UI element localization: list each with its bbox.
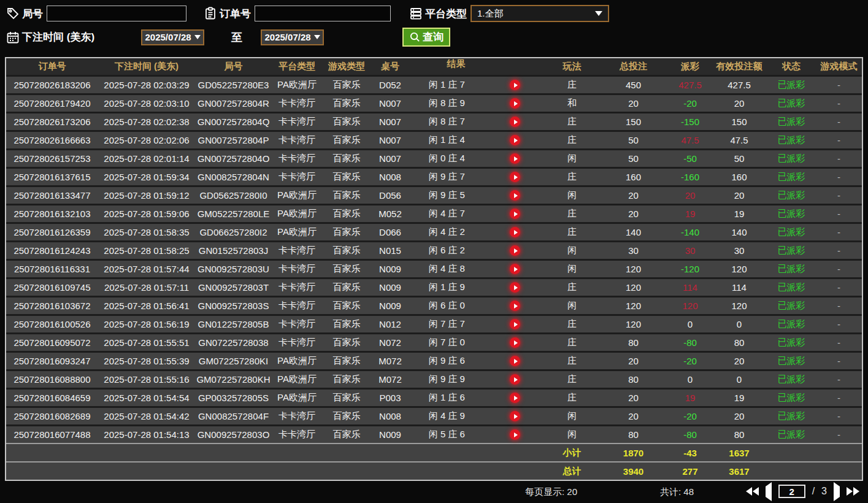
cell-game-no: GN0092572803T — [195, 282, 272, 293]
subtotal-total-bet: 1870 — [598, 448, 669, 458]
cell-order-no: 250728026173206 — [6, 117, 98, 127]
game-no-input[interactable] — [47, 6, 186, 21]
play-video-icon[interactable] — [510, 117, 520, 127]
play-video-icon[interactable] — [510, 135, 520, 145]
platform-type-select[interactable]: 1.全部 — [470, 5, 609, 22]
cell-payout: 19 — [669, 209, 712, 219]
cell-game-mode: - — [816, 319, 862, 329]
cell-play-type: 闲 — [546, 245, 598, 256]
table-row: 250728016133477 2025-07-28 01:59:12 GD05… — [6, 185, 862, 204]
search-button[interactable]: 查询 — [402, 28, 450, 47]
cell-platform-type: PA欧洲厅 — [272, 208, 322, 220]
table-row: 250728016095072 2025-07-28 01:55:51 GN07… — [6, 332, 862, 351]
cell-game-no: GN0152572803J — [195, 245, 272, 256]
cell-order-no: 250728016137615 — [6, 172, 98, 182]
cell-play-type: 庄 — [546, 337, 598, 348]
col-platform-type: 平台类型 — [272, 61, 322, 72]
cell-table-no: N008 — [371, 172, 409, 182]
first-page-icon[interactable] — [746, 487, 759, 496]
cell-payout: -50 — [669, 153, 712, 164]
play-video-icon[interactable] — [510, 153, 520, 164]
cell-valid-bet: 30 — [712, 245, 767, 256]
last-page-icon[interactable] — [847, 487, 859, 496]
order-no-label: 订单号 — [220, 7, 251, 21]
cell-play-type: 庄 — [546, 171, 598, 183]
cell-game-type: 百家乐 — [322, 134, 371, 146]
cell-payout: -80 — [669, 337, 712, 348]
page-number-input[interactable] — [778, 485, 805, 498]
table-body: 250728026183206 2025-07-28 02:03:29 GD05… — [6, 75, 862, 443]
cell-platform-type: 卡卡湾厅 — [272, 410, 322, 422]
cell-total-bet: 30 — [598, 245, 669, 256]
play-video-icon[interactable] — [510, 411, 520, 421]
play-video-icon[interactable] — [510, 209, 520, 219]
prev-page-icon[interactable] — [766, 486, 772, 497]
cell-game-type: 百家乐 — [322, 226, 371, 238]
cell-table-no: D056 — [371, 190, 409, 201]
next-page-icon[interactable] — [834, 486, 840, 497]
cell-bet-time: 2025-07-28 01:59:12 — [98, 190, 195, 201]
cell-table-no: N007 — [371, 98, 409, 109]
play-video-icon[interactable] — [510, 374, 520, 385]
date-to-value: 2025/07/28 — [265, 32, 311, 42]
cell-play-type: 闲 — [546, 429, 598, 440]
cell-payout: -20 — [669, 98, 712, 109]
cell-platform-type: 卡卡湾厅 — [272, 245, 322, 256]
table-row: 250728026166663 2025-07-28 02:02:06 GN00… — [6, 130, 862, 148]
play-video-icon[interactable] — [510, 227, 520, 237]
cell-order-no: 250728016084659 — [6, 393, 98, 403]
cell-platform-type: PA欧洲厅 — [272, 226, 322, 238]
cell-bet-time: 2025-07-28 01:55:39 — [98, 356, 195, 366]
cell-payout: 0 — [669, 319, 712, 329]
play-video-icon[interactable] — [510, 301, 520, 311]
play-video-icon[interactable] — [510, 337, 520, 348]
cell-total-bet: 160 — [598, 172, 669, 182]
play-video-icon[interactable] — [510, 172, 520, 182]
cell-game-no: GN0092572803S — [195, 301, 272, 311]
cell-result: 闲 1 庄 6 — [409, 392, 485, 404]
cell-total-bet: 80 — [598, 337, 669, 348]
play-video-icon[interactable] — [510, 264, 520, 274]
cell-table-no: N009 — [371, 282, 409, 293]
cell-game-no: GM052257280LE — [195, 209, 272, 219]
order-no-input[interactable] — [255, 6, 391, 21]
cell-result: 闲 1 庄 4 — [409, 134, 485, 146]
play-video-icon[interactable] — [510, 98, 520, 109]
cell-table-no: N008 — [371, 411, 409, 421]
cell-order-no: 250728016095072 — [6, 337, 98, 348]
play-video-icon[interactable] — [510, 190, 520, 201]
cell-status: 已派彩 — [767, 245, 816, 256]
play-video-icon[interactable] — [510, 245, 520, 256]
cell-table-no: N009 — [371, 301, 409, 311]
cell-play-type: 庄 — [546, 392, 598, 404]
cell-status: 已派彩 — [767, 410, 816, 422]
play-video-icon[interactable] — [510, 356, 520, 366]
cell-order-no: 250728016109745 — [6, 282, 98, 293]
cell-total-bet: 50 — [598, 153, 669, 164]
total-pages-label: 3 — [821, 486, 827, 497]
cell-game-mode: - — [816, 301, 862, 311]
chevron-down-icon — [194, 35, 201, 39]
play-video-icon[interactable] — [510, 393, 520, 403]
play-video-icon[interactable] — [510, 429, 520, 440]
cell-game-type: 百家乐 — [322, 410, 371, 422]
cell-platform-type: PA欧洲厅 — [272, 392, 322, 404]
total-total-bet: 3940 — [598, 466, 669, 477]
cell-game-mode: - — [816, 172, 862, 182]
cell-platform-type: PA欧洲厅 — [272, 190, 322, 201]
cell-play-type: 庄 — [546, 134, 598, 146]
cell-bet-time: 2025-07-28 01:58:35 — [98, 227, 195, 237]
cell-table-no: N007 — [371, 153, 409, 164]
cell-platform-type: 卡卡湾厅 — [272, 171, 322, 183]
cell-status: 已派彩 — [767, 171, 816, 183]
grand-total-label: 共计: 48 — [660, 486, 694, 498]
cell-game-type: 百家乐 — [322, 392, 371, 404]
date-to-picker[interactable]: 2025/07/28 — [261, 29, 324, 45]
play-video-icon[interactable] — [510, 80, 520, 90]
col-total-bet: 总投注 — [598, 61, 669, 72]
play-video-icon[interactable] — [510, 319, 520, 329]
date-from-picker[interactable]: 2025/07/28 — [141, 29, 204, 45]
play-video-icon[interactable] — [510, 282, 520, 293]
subtotal-valid-bet: 1637 — [712, 448, 767, 458]
cell-table-no: N009 — [371, 264, 409, 274]
